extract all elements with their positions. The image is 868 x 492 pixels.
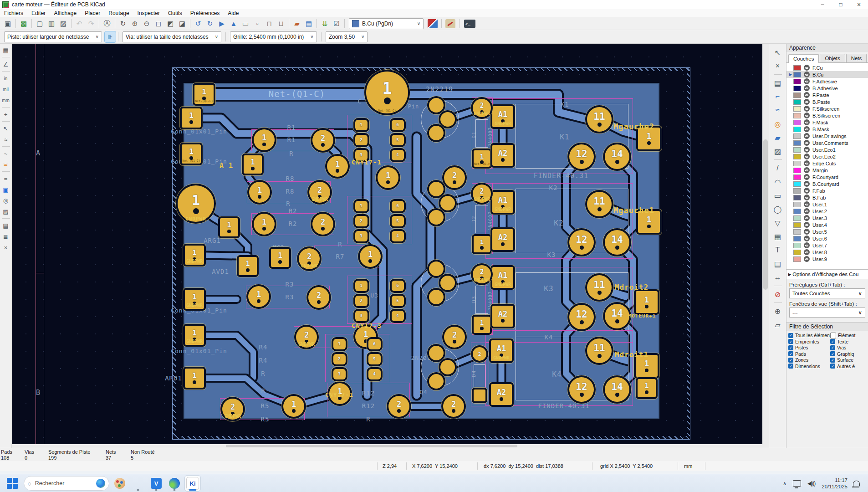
origin-tool-button[interactable]: ⊕ xyxy=(771,305,784,318)
ratsnest-visibility-button[interactable]: ↖ xyxy=(1,123,11,133)
track-width-select[interactable]: Piste: utiliser largeur de netclasse∨ xyxy=(4,31,102,42)
tab-nets[interactable]: Nets xyxy=(846,54,867,62)
taskbar-clock[interactable]: 11:17 20/11/2025 xyxy=(822,477,848,490)
layer-color-swatch[interactable] xyxy=(793,168,801,173)
zoom-fit-button[interactable]: ◻ xyxy=(153,18,164,29)
rotate-ccw-button[interactable]: ↺ xyxy=(193,18,204,29)
footprint-editor-button[interactable]: ▰ xyxy=(291,18,302,29)
layer-visibility-eye-icon[interactable] xyxy=(804,72,810,77)
volume-icon[interactable]: ◀))) xyxy=(807,480,815,487)
layer-color-swatch[interactable] xyxy=(793,161,801,166)
layer-visibility-eye-icon[interactable] xyxy=(804,201,810,207)
print-button[interactable]: ▥ xyxy=(46,18,57,29)
start-button[interactable] xyxy=(6,477,18,489)
layer-visibility-eye-icon[interactable] xyxy=(804,229,810,235)
layer-row-F.Silkscreen[interactable]: F.Silkscreen xyxy=(786,105,868,112)
filter-vias[interactable]: ✓Vias xyxy=(830,345,868,351)
layers-manager-button[interactable]: ≣ xyxy=(1,231,11,241)
filter-graphiq[interactable]: ✓Graphiq xyxy=(830,351,868,357)
layer-color-swatch[interactable] xyxy=(793,106,801,112)
taskbar-app-explorer[interactable] xyxy=(130,476,146,491)
viewports-select[interactable]: ---∨ xyxy=(789,308,865,318)
zoom-objects-button[interactable]: ◩ xyxy=(165,18,176,29)
layer-visibility-eye-icon[interactable] xyxy=(804,188,810,194)
layer-visibility-eye-icon[interactable] xyxy=(804,78,810,84)
zoom-in-button[interactable]: ⊕ xyxy=(129,18,140,29)
rule-area-tool-button[interactable]: ▨ xyxy=(771,145,784,158)
network-icon[interactable] xyxy=(793,480,801,487)
layer-color-swatch[interactable] xyxy=(793,215,801,221)
textbox-tool-button[interactable]: ▤ xyxy=(771,257,784,270)
maximize-button[interactable]: □ xyxy=(832,0,850,9)
filter-surface[interactable]: ✓Surface xyxy=(830,357,868,363)
cross-probe-button[interactable]: × xyxy=(1,242,11,252)
pcb-canvas[interactable]: ABNet-(Q1-C)2N2219CPinK1K1FINDER-40.31K2… xyxy=(12,44,762,448)
layer-row-User.Eco1[interactable]: User.Eco1 xyxy=(786,146,868,153)
scripting-console-icon[interactable]: >_ xyxy=(464,20,475,28)
place-footprint-tool-button[interactable]: ▤ xyxy=(771,77,784,89)
layer-visibility-eye-icon[interactable] xyxy=(804,249,810,255)
layer-color-swatch[interactable] xyxy=(793,256,801,262)
presets-select[interactable]: Toutes Couches∨ xyxy=(789,288,865,298)
drc-button[interactable]: ☑ xyxy=(331,18,342,29)
page-settings-button[interactable]: ▢ xyxy=(34,18,45,29)
close-button[interactable]: × xyxy=(850,0,868,9)
menu-inspecter[interactable]: Inspecter xyxy=(133,9,164,17)
vias-sketch-button[interactable]: ◎ xyxy=(1,195,11,205)
filter-élément[interactable]: Élément xyxy=(830,333,868,338)
layer-row-B.Silkscreen[interactable]: B.Silkscreen xyxy=(786,112,868,119)
layer-visibility-eye-icon[interactable] xyxy=(804,99,810,105)
undo-button[interactable]: ↶ xyxy=(74,18,85,29)
delete-tool-button[interactable]: ⊘ xyxy=(771,288,784,301)
flip-vertical-button[interactable]: ▲ xyxy=(228,18,239,29)
grid-dots-button[interactable]: ▦ xyxy=(1,45,11,55)
zoom-select[interactable]: Zoom 3,50∨ xyxy=(326,31,368,42)
router-settings-icon[interactable] xyxy=(445,19,455,28)
zoom-out-button[interactable]: ⊖ xyxy=(141,18,152,29)
menu-fichiers[interactable]: Fichiers xyxy=(0,9,27,17)
filter-pistes[interactable]: ✓Pistes xyxy=(788,345,830,351)
layer-color-swatch[interactable] xyxy=(793,236,801,241)
select-tool-button[interactable]: ↖ xyxy=(771,46,784,59)
taskbar-app-paint[interactable] xyxy=(112,476,128,491)
layer-visibility-eye-icon[interactable] xyxy=(804,126,810,132)
layer-row-B.Fab[interactable]: B.Fab xyxy=(786,194,868,201)
dimension-tool-button[interactable]: ↔ xyxy=(771,271,784,284)
layer-row-F.Courtyard[interactable]: F.Courtyard xyxy=(786,174,868,180)
highlight-net-tool-button[interactable]: × xyxy=(771,60,784,72)
layer-visibility-eye-icon[interactable] xyxy=(804,160,810,166)
layer-display-options-link[interactable]: ▶Options d'Affichage des Cou xyxy=(786,269,868,279)
tab-objets[interactable]: Objets xyxy=(820,54,845,62)
layer-color-swatch[interactable] xyxy=(793,79,801,84)
menu-editer[interactable]: Editer xyxy=(27,9,50,17)
filter-autres-é[interactable]: ✓Autres é xyxy=(830,364,868,369)
filter-dimensions[interactable]: ✓Dimensions xyxy=(788,364,830,369)
filter-empreintes[interactable]: ✓Empreintes xyxy=(788,339,830,345)
layer-visibility-eye-icon[interactable] xyxy=(804,174,810,180)
ratsnest-curved-button[interactable]: ≈ xyxy=(1,134,11,144)
horizontal-scrollbar[interactable] xyxy=(12,444,762,448)
layer-row-F.Cu[interactable]: F.Cu xyxy=(786,64,868,71)
layer-color-swatch[interactable] xyxy=(793,113,801,118)
layer-row-User.6[interactable]: User.6 xyxy=(786,235,868,242)
update-pcb-button[interactable]: ⇊ xyxy=(319,18,330,29)
layer-color-swatch[interactable] xyxy=(793,174,801,180)
layer-row-User.8[interactable]: User.8 xyxy=(786,249,868,256)
text-tool-button[interactable]: T xyxy=(771,244,784,256)
line-tool-button[interactable]: / xyxy=(771,162,784,174)
units-inch-button[interactable]: in xyxy=(1,73,11,83)
cursor-shape-button[interactable]: + xyxy=(1,109,11,119)
zoom-auto-button[interactable]: Ⓐ xyxy=(102,18,112,29)
arc-tool-button[interactable]: ◠ xyxy=(771,175,784,188)
layer-visibility-eye-icon[interactable] xyxy=(804,92,810,98)
menu-routage[interactable]: Routage xyxy=(104,9,133,17)
layer-color-swatch[interactable] xyxy=(793,195,801,200)
measure-tool-button[interactable]: ▱ xyxy=(771,318,784,331)
layer-row-F.Paste[interactable]: F.Paste xyxy=(786,92,868,98)
tune-length-tool-button[interactable]: ≈ xyxy=(771,104,784,117)
rectangle-tool-button[interactable]: ▭ xyxy=(771,189,784,202)
tray-chevron-icon[interactable]: ∧ xyxy=(783,481,786,487)
layer-row-User.Dr awings[interactable]: User.Dr awings xyxy=(786,133,868,139)
lock-button[interactable]: ⊓ xyxy=(264,18,275,29)
rotate-cw-button[interactable]: ↻ xyxy=(204,18,215,29)
